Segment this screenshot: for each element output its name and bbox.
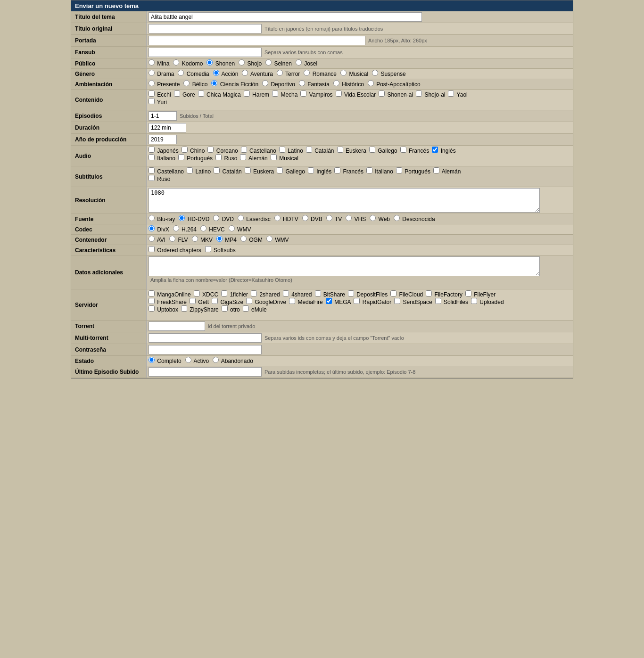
amb-ciencia[interactable]: Ciencia Ficción bbox=[211, 80, 258, 88]
amb-historico[interactable]: Histórico bbox=[333, 80, 364, 88]
serv-filefactory-cb[interactable] bbox=[426, 290, 432, 296]
genero-drama[interactable]: Drama bbox=[149, 70, 174, 77]
cont-mkv-radio[interactable] bbox=[192, 236, 198, 242]
fuente-desconocida-radio[interactable] bbox=[394, 215, 400, 221]
audio-latino[interactable]: Latino bbox=[279, 147, 303, 154]
sub-frances[interactable]: Francés bbox=[334, 167, 363, 175]
serv-uptobox[interactable]: Uptobox bbox=[149, 305, 178, 313]
serv-zippyshare[interactable]: ZippyShare bbox=[181, 305, 219, 313]
serv-uploaded[interactable]: Uploaded bbox=[471, 298, 504, 305]
cont-vampiros[interactable]: Vampiros bbox=[300, 90, 332, 98]
sub-euskera[interactable]: Euskera bbox=[245, 167, 274, 175]
codec-hevc-radio[interactable] bbox=[200, 225, 206, 231]
publico-shonen[interactable]: Shonen bbox=[206, 59, 235, 67]
audio-japones-cb[interactable] bbox=[149, 147, 155, 153]
genero-suspense-radio[interactable] bbox=[372, 70, 378, 76]
sub-castellano-cb[interactable] bbox=[149, 167, 155, 173]
publico-seinen[interactable]: Seinen bbox=[265, 59, 292, 67]
cont-mp4-radio[interactable] bbox=[216, 236, 223, 242]
cont-mecha[interactable]: Mecha bbox=[272, 90, 297, 98]
codec-wmv-radio[interactable] bbox=[229, 225, 235, 231]
amb-deportivo[interactable]: Deportivo bbox=[262, 80, 295, 88]
fuente-laserdisc-radio[interactable] bbox=[238, 215, 244, 221]
fuente-web[interactable]: Web bbox=[370, 215, 390, 222]
publico-shojo-radio[interactable] bbox=[239, 59, 245, 66]
serv-zippyshare-cb[interactable] bbox=[181, 305, 187, 312]
serv-filefactory[interactable]: FileFactory bbox=[426, 290, 462, 298]
audio-chino[interactable]: Chino bbox=[182, 147, 205, 154]
amb-deportivo-radio[interactable] bbox=[262, 80, 268, 86]
amb-ciencia-radio[interactable] bbox=[211, 80, 217, 86]
serv-solidfiles-cb[interactable] bbox=[435, 298, 441, 304]
genero-romance-radio[interactable] bbox=[304, 70, 310, 76]
sub-euskera-cb[interactable] bbox=[245, 167, 251, 173]
publico-shojo[interactable]: Shojo bbox=[239, 59, 262, 67]
cont-flv[interactable]: FLV bbox=[169, 236, 188, 243]
serv-rapidgator[interactable]: RapidGator bbox=[354, 298, 391, 305]
sub-portugues[interactable]: Portugués bbox=[396, 167, 430, 175]
serv-freakshare-cb[interactable] bbox=[149, 298, 155, 304]
cont-ogm[interactable]: OGM bbox=[240, 236, 263, 243]
serv-mangaonline-cb[interactable] bbox=[149, 290, 155, 296]
fuente-desconocida[interactable]: Desconocida bbox=[394, 215, 435, 222]
codec-hevc[interactable]: HEVC bbox=[200, 225, 225, 233]
genero-terror-radio[interactable] bbox=[277, 70, 283, 76]
anio-input[interactable] bbox=[149, 135, 177, 144]
serv-gigasize[interactable]: GigaSize bbox=[212, 298, 243, 305]
audio-ruso[interactable]: Ruso bbox=[215, 154, 237, 162]
amb-fantasia[interactable]: Fantasía bbox=[299, 80, 330, 88]
serv-mediafire-cb[interactable] bbox=[289, 298, 295, 304]
fuente-dvb-radio[interactable] bbox=[302, 215, 308, 221]
publico-mina-radio[interactable] bbox=[149, 59, 155, 66]
sub-italiano[interactable]: Italiano bbox=[366, 167, 393, 175]
cont-vampiros-cb[interactable] bbox=[300, 90, 306, 97]
sub-latino-cb[interactable] bbox=[187, 167, 193, 173]
fuente-hdtv[interactable]: HDTV bbox=[274, 215, 298, 222]
genero-accion[interactable]: Acción bbox=[213, 70, 239, 77]
sub-italiano-cb[interactable] bbox=[366, 167, 372, 173]
codec-divx-radio[interactable] bbox=[149, 225, 155, 231]
serv-otro[interactable]: otro bbox=[222, 305, 240, 313]
cont-shojo-ai-cb[interactable] bbox=[416, 90, 422, 97]
serv-fileflyer-cb[interactable] bbox=[465, 290, 471, 296]
serv-depositfiles[interactable]: DepositFiles bbox=[348, 290, 388, 298]
audio-ruso-cb[interactable] bbox=[215, 154, 222, 160]
audio-catalan-cb[interactable] bbox=[306, 147, 312, 153]
audio-ingles[interactable]: Inglés bbox=[432, 147, 455, 154]
codec-divx[interactable]: DivX bbox=[149, 225, 169, 233]
serv-googledrive[interactable]: GoogleDrive bbox=[246, 298, 286, 305]
cont-wmv[interactable]: WMV bbox=[266, 236, 289, 243]
serv-googledrive-cb[interactable] bbox=[246, 298, 252, 304]
sub-gallego[interactable]: Gallego bbox=[277, 167, 305, 175]
cont-yuri[interactable]: Yuri bbox=[149, 98, 167, 106]
publico-josei-radio[interactable] bbox=[296, 59, 302, 66]
serv-gett-cb[interactable] bbox=[190, 298, 196, 304]
cont-shojo-ai[interactable]: Shojo-ai bbox=[416, 90, 445, 98]
genero-aventura[interactable]: Aventura bbox=[242, 70, 272, 77]
estado-abandonado[interactable]: Abandonado bbox=[213, 357, 253, 364]
audio-gallego-cb[interactable] bbox=[369, 147, 375, 153]
sub-gallego-cb[interactable] bbox=[277, 167, 283, 173]
serv-emule[interactable]: eMule bbox=[243, 305, 267, 313]
genero-accion-radio[interactable] bbox=[213, 70, 219, 76]
estado-activo-radio[interactable] bbox=[185, 357, 191, 363]
serv-bitshare-cb[interactable] bbox=[315, 290, 321, 296]
publico-kodomo[interactable]: Kodomo bbox=[173, 59, 203, 67]
cont-mp4[interactable]: MP4 bbox=[216, 236, 237, 243]
sub-ingles[interactable]: Inglés bbox=[308, 167, 331, 175]
fuente-laserdisc[interactable]: Laserdisc bbox=[238, 215, 271, 222]
amb-presente-radio[interactable] bbox=[149, 80, 155, 86]
serv-filecloud-cb[interactable] bbox=[390, 290, 396, 296]
serv-rapidgator-cb[interactable] bbox=[354, 298, 360, 304]
cont-yaoi[interactable]: Yaoi bbox=[448, 90, 467, 98]
caract-softsubs-cb[interactable] bbox=[205, 246, 211, 252]
serv-bitshare[interactable]: BitShare bbox=[315, 290, 345, 298]
audio-japones[interactable]: Japonés bbox=[149, 147, 179, 154]
estado-completo[interactable]: Completo bbox=[149, 357, 182, 364]
publico-shonen-radio[interactable] bbox=[206, 59, 213, 66]
fuente-hddvd[interactable]: HD-DVD bbox=[179, 215, 209, 222]
audio-euskera-cb[interactable] bbox=[337, 147, 343, 153]
caract-softsubs[interactable]: Softsubs bbox=[205, 246, 236, 254]
fuente-dvd-radio[interactable] bbox=[213, 215, 219, 221]
torrent-input[interactable] bbox=[149, 321, 205, 331]
